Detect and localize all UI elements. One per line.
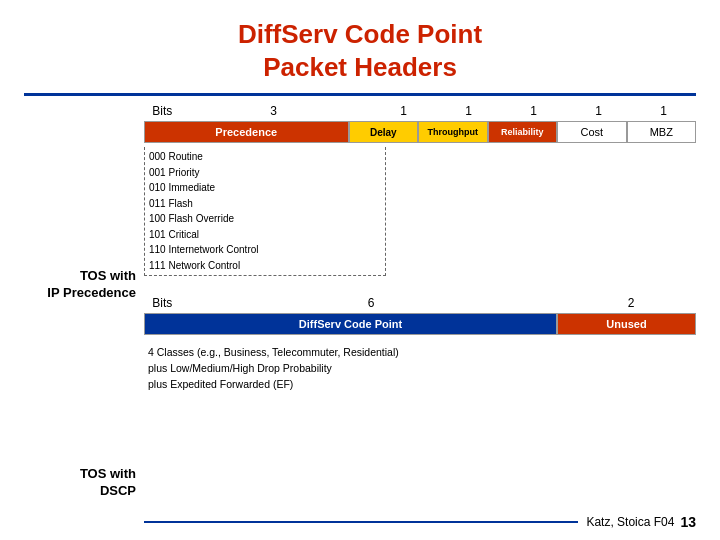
cell-mbz: MBZ bbox=[627, 121, 697, 143]
cell-dscp: DiffServ Code Point bbox=[144, 313, 557, 335]
prec-100: 100 Flash Override bbox=[149, 211, 381, 227]
bit-val-2: 2 bbox=[566, 296, 696, 310]
bit-val-6: 6 bbox=[176, 296, 566, 310]
bit-val-1e: 1 bbox=[631, 104, 696, 118]
cell-throughput: Throughput bbox=[418, 121, 488, 143]
bit-val-3: 3 bbox=[176, 104, 371, 118]
footer-border bbox=[144, 521, 578, 523]
prec-001: 001 Priority bbox=[149, 165, 381, 181]
bit-val-1c: 1 bbox=[501, 104, 566, 118]
label-tos-dscp-line2: DSCP bbox=[80, 483, 136, 500]
note-line1: 4 Classes (e.g., Business, Telecommuter,… bbox=[148, 345, 696, 361]
footer-citation: Katz, Stoica F04 bbox=[586, 515, 674, 529]
top-border bbox=[24, 93, 696, 96]
page: DiffServ Code Point Packet Headers TOS w… bbox=[0, 0, 720, 540]
bits-label-bottom: Bits bbox=[144, 296, 172, 310]
prec-000: 000 Routine bbox=[149, 149, 381, 165]
section-top: Bits 3 1 1 1 1 1 Precedence Delay Thr bbox=[144, 104, 696, 276]
empty-right-top bbox=[386, 147, 696, 276]
content-area: TOS with IP Precedence TOS with DSCP Bit… bbox=[24, 104, 696, 530]
right-content: Bits 3 1 1 1 1 1 Precedence Delay Thr bbox=[144, 104, 696, 530]
footer: Katz, Stoica F04 13 bbox=[144, 508, 696, 530]
label-tos-dscp-line1: TOS with bbox=[80, 466, 136, 483]
cell-unused: Unused bbox=[557, 313, 696, 335]
title-line2: Packet Headers bbox=[24, 51, 696, 84]
note-line3: plus Expedited Forwarded (EF) bbox=[148, 377, 696, 393]
prec-110: 110 Internetwork Control bbox=[149, 242, 381, 258]
prec-111: 111 Network Control bbox=[149, 258, 381, 274]
bit-val-1d: 1 bbox=[566, 104, 631, 118]
cell-precedence: Precedence bbox=[144, 121, 349, 143]
header-row-bottom: DiffServ Code Point Unused bbox=[144, 313, 696, 335]
prec-011: 011 Flash bbox=[149, 196, 381, 212]
cell-cost: Cost bbox=[557, 121, 627, 143]
bits-label-top: Bits bbox=[144, 104, 172, 118]
label-tos-ip-line1: TOS with bbox=[47, 268, 136, 285]
bit-val-1b: 1 bbox=[436, 104, 501, 118]
bit-val-1a: 1 bbox=[371, 104, 436, 118]
label-tos-ip-line2: IP Precedence bbox=[47, 285, 136, 302]
notes: 4 Classes (e.g., Business, Telecommuter,… bbox=[144, 345, 696, 392]
cell-reliability: Reliability bbox=[488, 121, 558, 143]
cell-delay: Delay bbox=[349, 121, 419, 143]
page-title: DiffServ Code Point Packet Headers bbox=[24, 18, 696, 83]
prec-010: 010 Immediate bbox=[149, 180, 381, 196]
note-line2: plus Low/Medium/High Drop Probability bbox=[148, 361, 696, 377]
bits-row-top: Bits 3 1 1 1 1 1 bbox=[144, 104, 696, 118]
footer-page: 13 bbox=[680, 514, 696, 530]
precedence-area: 000 Routine 001 Priority 010 Immediate 0… bbox=[144, 147, 696, 276]
prec-101: 101 Critical bbox=[149, 227, 381, 243]
bits-row-bottom: Bits 6 2 bbox=[144, 296, 696, 310]
section-bottom: Bits 6 2 DiffServ Code Point Unused 4 Cl… bbox=[144, 296, 696, 392]
label-tos-dscp: TOS with DSCP bbox=[24, 466, 144, 530]
left-labels: TOS with IP Precedence TOS with DSCP bbox=[24, 104, 144, 530]
title-line1: DiffServ Code Point bbox=[24, 18, 696, 51]
label-tos-ip: TOS with IP Precedence bbox=[24, 104, 144, 466]
header-row-top: Precedence Delay Throughput Reliability … bbox=[144, 121, 696, 143]
precedence-list: 000 Routine 001 Priority 010 Immediate 0… bbox=[144, 147, 386, 276]
